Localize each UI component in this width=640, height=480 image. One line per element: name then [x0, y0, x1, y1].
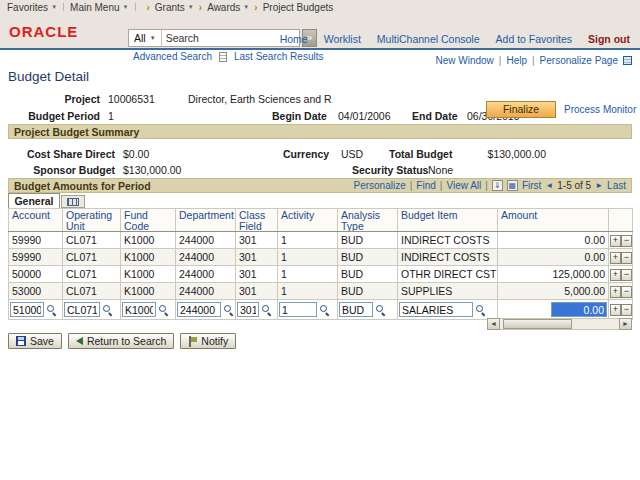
analysis-type-input[interactable] — [339, 302, 373, 317]
cost-share-value: $0.00 — [123, 148, 149, 160]
zoom-grid-icon[interactable]: ▦ — [507, 180, 518, 191]
budget-period-value: 1 — [108, 110, 114, 122]
last-row-link[interactable]: Last — [607, 180, 626, 191]
search-input[interactable] — [162, 31, 299, 45]
view-all-link[interactable]: View All — [446, 180, 481, 191]
breadcrumb-awards[interactable]: Awards▼ — [207, 2, 249, 13]
add-row-button[interactable]: + — [610, 252, 621, 264]
show-all-columns-tab[interactable] — [61, 195, 85, 208]
finalize-button[interactable]: Finalize — [486, 101, 556, 118]
cell-department-edit — [176, 300, 236, 320]
add-row-button[interactable]: + — [610, 269, 621, 281]
class-field-input[interactable] — [237, 302, 259, 317]
home-link[interactable]: Home — [280, 33, 308, 45]
col-class-field[interactable]: Class Field — [236, 209, 278, 232]
new-window-link[interactable]: New Window — [435, 55, 493, 66]
department-input[interactable] — [177, 302, 221, 317]
amount-input[interactable] — [551, 302, 607, 317]
delete-row-button[interactable]: − — [621, 252, 632, 264]
breadcrumb-favorites[interactable]: Favorites▼ — [7, 2, 57, 13]
cell-analysis-type: BUD — [338, 249, 398, 266]
cell-account-edit — [9, 300, 63, 320]
cell-fund-code: K1000 — [121, 283, 176, 300]
cell-operating-unit-edit — [63, 300, 121, 320]
delete-row-button[interactable]: − — [621, 235, 632, 247]
header-nav: Home Worklist MultiChannel Console Add t… — [280, 33, 630, 45]
sign-out-link[interactable]: Sign out — [588, 33, 630, 45]
operating-unit-input[interactable] — [64, 302, 100, 317]
delete-row-button[interactable]: − — [621, 286, 632, 298]
fund-code-input[interactable] — [122, 302, 156, 317]
personalize-page-link[interactable]: Personalize Page — [540, 55, 618, 66]
add-row-button[interactable]: + — [610, 235, 621, 247]
budget-item-input[interactable] — [399, 302, 473, 317]
download-grid-icon[interactable]: ⇓ — [492, 180, 503, 191]
notify-flag-icon — [188, 336, 197, 347]
first-row-link[interactable]: First — [522, 180, 541, 191]
col-amount[interactable]: Amount — [498, 209, 609, 232]
scrollbar-track[interactable] — [500, 318, 619, 330]
add-row-button[interactable]: + — [610, 304, 621, 316]
class-field-lookup-icon[interactable] — [261, 303, 273, 316]
scroll-left-icon[interactable]: ◄ — [487, 318, 500, 330]
activity-input[interactable] — [279, 302, 317, 317]
cell-amount: 0.00 — [498, 249, 609, 266]
worklist-link[interactable]: Worklist — [324, 33, 361, 45]
department-lookup-icon[interactable] — [223, 303, 235, 316]
col-analysis-type[interactable]: Analysis Type — [338, 209, 398, 232]
cell-operating-unit: CL071 — [63, 249, 121, 266]
col-fund-code[interactable]: Fund Code — [121, 209, 176, 232]
last-search-results-link[interactable]: Last Search Results — [234, 51, 324, 62]
grid-horizontal-scrollbar[interactable]: ◄ ► — [487, 318, 632, 330]
budget-row[interactable]: 59990 CL071 K1000 244000 301 1 BUD INDIR… — [9, 232, 633, 249]
cell-row-actions: +− — [609, 232, 633, 249]
cell-operating-unit: CL071 — [63, 283, 121, 300]
search-scope-select[interactable]: All▼ — [129, 30, 162, 46]
budget-row[interactable]: 59990 CL071 K1000 244000 301 1 BUD INDIR… — [9, 249, 633, 266]
col-budget-item[interactable]: Budget Item — [398, 209, 498, 232]
operating-unit-lookup-icon[interactable] — [102, 303, 114, 316]
breadcrumb-grants[interactable]: Grants▼ — [155, 2, 194, 13]
cell-budget-item: INDIRECT COSTS — [398, 249, 498, 266]
process-monitor-link[interactable]: Process Monitor — [564, 104, 636, 115]
breadcrumb: Favorites▼ Main Menu▼ › Grants▼ › Awards… — [0, 0, 640, 14]
return-to-search-button[interactable]: Return to Search — [68, 333, 174, 349]
add-row-button[interactable]: + — [610, 286, 621, 298]
fund-code-lookup-icon[interactable] — [158, 303, 170, 316]
breadcrumb-project-budgets[interactable]: Project Budgets — [263, 2, 334, 13]
previous-rows-icon[interactable]: ◄ — [545, 181, 553, 190]
breadcrumb-main-menu[interactable]: Main Menu▼ — [70, 2, 128, 13]
help-link[interactable]: Help — [506, 55, 527, 66]
budget-row[interactable]: 53000 CL071 K1000 244000 301 1 BUD SUPPL… — [9, 283, 633, 300]
col-department[interactable]: Department — [176, 209, 236, 232]
tab-general[interactable]: General — [8, 193, 60, 208]
save-button[interactable]: Save — [8, 333, 62, 349]
next-rows-icon[interactable]: ► — [595, 181, 603, 190]
multichannel-console-link[interactable]: MultiChannel Console — [377, 33, 480, 45]
analysis-type-lookup-icon[interactable] — [375, 303, 387, 316]
col-account[interactable]: Account — [9, 209, 63, 232]
col-operating-unit[interactable]: Operating Unit — [63, 209, 121, 232]
budget-item-lookup-icon[interactable] — [475, 303, 487, 316]
scroll-right-icon[interactable]: ► — [619, 318, 632, 330]
page-title: Budget Detail — [8, 69, 89, 84]
header-divider — [0, 48, 640, 50]
advanced-search-link[interactable]: Advanced Search — [133, 51, 212, 62]
delete-row-button[interactable]: − — [621, 304, 632, 316]
scrollbar-thumb[interactable] — [503, 319, 572, 329]
col-activity[interactable]: Activity — [278, 209, 338, 232]
begin-date-value: 04/01/2006 — [338, 110, 391, 122]
cell-budget-item: OTHR DIRECT CST — [398, 266, 498, 283]
delete-row-button[interactable]: − — [621, 269, 632, 281]
account-lookup-icon[interactable] — [46, 303, 58, 316]
add-to-favorites-link[interactable]: Add to Favorites — [496, 33, 572, 45]
personalize-page-icon[interactable] — [623, 56, 632, 65]
chevron-down-icon: ▼ — [243, 4, 249, 10]
budget-row[interactable]: 50000 CL071 K1000 244000 301 1 BUD OTHR … — [9, 266, 633, 283]
activity-lookup-icon[interactable] — [319, 303, 331, 316]
find-link[interactable]: Find — [416, 180, 435, 191]
personalize-link[interactable]: Personalize — [353, 180, 405, 191]
notify-button[interactable]: Notify — [180, 333, 236, 349]
grid-title: Budget Amounts for Period — [14, 180, 151, 192]
account-input[interactable] — [10, 302, 44, 317]
